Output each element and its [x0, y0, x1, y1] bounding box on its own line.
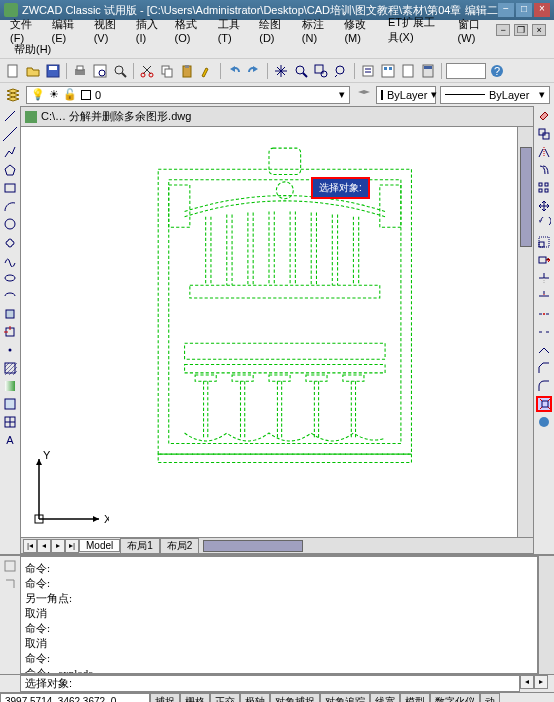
- properties-button[interactable]: [359, 62, 377, 80]
- tab-prev-button[interactable]: ◂: [37, 539, 51, 553]
- color-dropdown[interactable]: ByLayer ▾: [376, 86, 436, 104]
- preview-button[interactable]: [91, 62, 109, 80]
- vertical-scrollbar[interactable]: [517, 127, 533, 537]
- help-button[interactable]: ?: [488, 62, 506, 80]
- layout2-tab[interactable]: 布局2: [160, 538, 200, 554]
- rectangle-tool[interactable]: [2, 180, 18, 196]
- lineweight-toggle[interactable]: 线宽: [370, 693, 400, 702]
- minimize-button[interactable]: −: [498, 3, 514, 17]
- document-tab[interactable]: C:\… 分解并删除多余图形.dwg: [21, 107, 533, 127]
- match-button[interactable]: [198, 62, 216, 80]
- break-tool[interactable]: [536, 324, 552, 340]
- arc-tool[interactable]: [2, 198, 18, 214]
- region-tool[interactable]: [2, 396, 18, 412]
- explode-tool[interactable]: [536, 396, 552, 412]
- close-button[interactable]: ×: [534, 3, 550, 17]
- find-button[interactable]: [111, 62, 129, 80]
- command-input[interactable]: 选择对象:: [20, 675, 520, 692]
- undo-button[interactable]: [225, 62, 243, 80]
- maximize-button[interactable]: □: [516, 3, 532, 17]
- calculator-button[interactable]: [419, 62, 437, 80]
- mtext-tool[interactable]: A: [2, 432, 18, 448]
- paste-button[interactable]: [178, 62, 196, 80]
- tab-first-button[interactable]: |◂: [23, 539, 37, 553]
- redo-button[interactable]: [245, 62, 263, 80]
- menu-dimension[interactable]: 标注(N): [296, 15, 337, 46]
- hatch-tool[interactable]: [2, 360, 18, 376]
- cmd-left-button[interactable]: ◂: [520, 675, 534, 689]
- array-tool[interactable]: [536, 180, 552, 196]
- cut-button[interactable]: [138, 62, 156, 80]
- child-close-button[interactable]: ×: [532, 24, 546, 36]
- menu-window[interactable]: 窗口(W): [452, 15, 494, 46]
- join-tool[interactable]: [536, 342, 552, 358]
- child-restore-button[interactable]: ❐: [514, 24, 528, 36]
- fillet-tool[interactable]: [536, 378, 552, 394]
- spline-tool[interactable]: [2, 252, 18, 268]
- pan-button[interactable]: [272, 62, 290, 80]
- ortho-toggle[interactable]: 正交: [210, 693, 240, 702]
- command-scrollbar[interactable]: [538, 556, 554, 674]
- copy-tool[interactable]: [536, 126, 552, 142]
- polar-toggle[interactable]: 极轴: [240, 693, 270, 702]
- tablet-toggle[interactable]: 数字化仪: [430, 693, 480, 702]
- trim-tool[interactable]: [536, 270, 552, 286]
- menu-insert[interactable]: 插入(I): [130, 15, 167, 46]
- revcloud-tool[interactable]: [2, 234, 18, 250]
- gradient-tool[interactable]: [2, 378, 18, 394]
- linetype-dropdown[interactable]: ByLayer ▾: [440, 86, 550, 104]
- block-insert-tool[interactable]: [2, 306, 18, 322]
- zoom-window-button[interactable]: [312, 62, 330, 80]
- layer-manager-button[interactable]: [4, 86, 22, 104]
- dyn-toggle[interactable]: 动: [480, 693, 500, 702]
- open-button[interactable]: [24, 62, 42, 80]
- command-search-input[interactable]: [446, 63, 486, 79]
- osnap-toggle[interactable]: 对象捕捉: [270, 693, 320, 702]
- menu-modify[interactable]: 修改(M): [338, 15, 380, 46]
- menu-et-tools[interactable]: ET扩展工具(X): [382, 13, 450, 47]
- menu-help[interactable]: 帮助(H): [8, 40, 57, 59]
- menu-view[interactable]: 视图(V): [88, 15, 128, 46]
- move-tool[interactable]: [536, 198, 552, 214]
- snap-toggle[interactable]: 捕捉: [150, 693, 180, 702]
- cmd-tool2[interactable]: [2, 576, 18, 592]
- extend-tool[interactable]: [536, 288, 552, 304]
- polyline-tool[interactable]: [2, 144, 18, 160]
- tab-last-button[interactable]: ▸|: [65, 539, 79, 553]
- mirror-tool[interactable]: [536, 144, 552, 160]
- save-button[interactable]: [44, 62, 62, 80]
- model-toggle[interactable]: 模型: [400, 693, 430, 702]
- layer-previous-button[interactable]: [354, 86, 372, 104]
- point-tool[interactable]: [2, 342, 18, 358]
- break-point-tool[interactable]: [536, 306, 552, 322]
- print-button[interactable]: [71, 62, 89, 80]
- xline-tool[interactable]: [2, 126, 18, 142]
- scale-tool[interactable]: [536, 234, 552, 250]
- offset-tool[interactable]: [536, 162, 552, 178]
- horizontal-scrollbar[interactable]: [201, 538, 533, 553]
- child-minimize-button[interactable]: −: [496, 24, 510, 36]
- model-tab[interactable]: Model: [79, 539, 120, 552]
- layout1-tab[interactable]: 布局1: [120, 538, 160, 554]
- menu-draw[interactable]: 绘图(D): [253, 15, 294, 46]
- drawing-canvas[interactable]: 选择对象: 分解按钮 X Y: [21, 127, 517, 537]
- circle-tool[interactable]: [2, 216, 18, 232]
- otrack-toggle[interactable]: 对象追踪: [320, 693, 370, 702]
- new-button[interactable]: [4, 62, 22, 80]
- zoom-previous-button[interactable]: [332, 62, 350, 80]
- line-tool[interactable]: [2, 108, 18, 124]
- copy-button[interactable]: [158, 62, 176, 80]
- rotate-tool[interactable]: [536, 216, 552, 232]
- menu-format[interactable]: 格式(O): [169, 15, 210, 46]
- stretch-tool[interactable]: [536, 252, 552, 268]
- tab-next-button[interactable]: ▸: [51, 539, 65, 553]
- ellipse-tool[interactable]: [2, 270, 18, 286]
- modify-more-tool[interactable]: [536, 414, 552, 430]
- erase-tool[interactable]: [536, 108, 552, 124]
- grid-toggle[interactable]: 栅格: [180, 693, 210, 702]
- table-tool[interactable]: [2, 414, 18, 430]
- zoom-button[interactable]: [292, 62, 310, 80]
- layer-dropdown[interactable]: 💡 ☀ 🔓 0 ▾: [26, 86, 350, 104]
- polygon-tool[interactable]: [2, 162, 18, 178]
- tool-palettes-button[interactable]: [399, 62, 417, 80]
